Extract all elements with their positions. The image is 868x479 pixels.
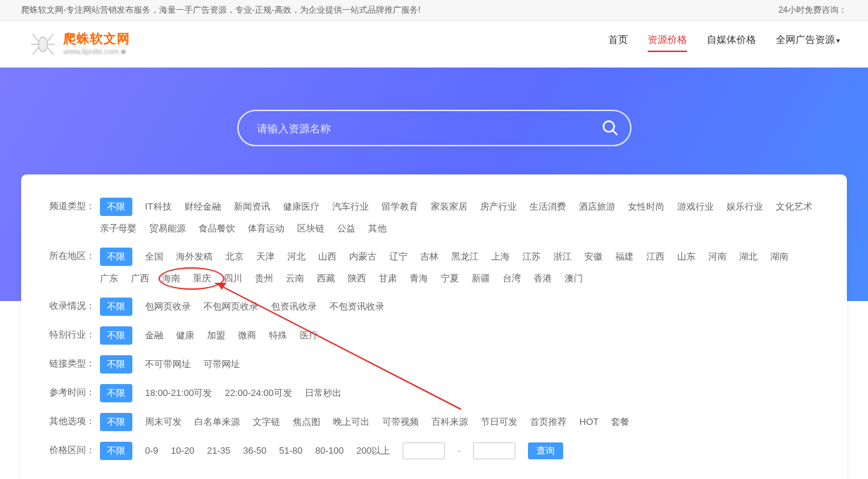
- filter-opt[interactable]: 澳门: [565, 270, 583, 287]
- filter-opt[interactable]: 健康: [176, 327, 194, 344]
- filter-opt[interactable]: 黑龙江: [451, 248, 479, 265]
- filter-opt[interactable]: 0-9: [145, 442, 158, 459]
- filter-opt[interactable]: 200以上: [356, 442, 390, 459]
- search-button[interactable]: [596, 114, 624, 142]
- filter-opt[interactable]: 文化艺术: [776, 198, 812, 215]
- filter-opt[interactable]: 青海: [410, 270, 428, 287]
- filter-opt[interactable]: 女性时尚: [628, 198, 665, 215]
- filter-opt[interactable]: 娱乐行业: [727, 198, 763, 215]
- filter-opt[interactable]: 贸易能源: [149, 220, 186, 237]
- filter-opt[interactable]: 文字链: [253, 414, 280, 430]
- nav-all-ads[interactable]: 全网广告资源▾: [776, 34, 840, 52]
- filter-opt[interactable]: 食品餐饮: [199, 220, 235, 237]
- filter-opt-unlimit[interactable]: 不限: [100, 355, 132, 373]
- filter-opt[interactable]: 家装家居: [431, 198, 467, 215]
- filter-opt[interactable]: 百科来源: [432, 414, 468, 430]
- filter-opt[interactable]: 台湾: [503, 270, 521, 287]
- filter-opt[interactable]: IT科技: [145, 198, 172, 215]
- filter-opt[interactable]: 特殊: [269, 327, 287, 344]
- filter-opt[interactable]: 10-20: [171, 442, 194, 459]
- filter-opt-unlimit[interactable]: 不限: [100, 298, 132, 316]
- filter-opt[interactable]: 广东: [100, 270, 118, 287]
- filter-opt[interactable]: 天津: [256, 248, 275, 265]
- filter-opt[interactable]: 周末可发: [145, 414, 182, 430]
- filter-opt[interactable]: 白名单来源: [194, 414, 240, 430]
- nav-selfmedia-price[interactable]: 自媒体价格: [707, 34, 756, 52]
- filter-opt[interactable]: 安徽: [584, 248, 603, 265]
- filter-opt[interactable]: 宁夏: [441, 270, 459, 287]
- filter-opt[interactable]: 山东: [677, 248, 696, 265]
- filter-opt[interactable]: 吉林: [420, 248, 439, 265]
- search-input[interactable]: [237, 110, 631, 146]
- filter-opt[interactable]: 房产行业: [480, 198, 517, 215]
- filter-opt[interactable]: 全国: [145, 248, 163, 265]
- filter-opt[interactable]: 公益: [337, 220, 356, 237]
- filter-opt[interactable]: 亲子母婴: [100, 220, 137, 237]
- filter-opt[interactable]: 可带网址: [203, 356, 240, 373]
- filter-opt[interactable]: 湖南: [770, 248, 788, 265]
- filter-opt[interactable]: 贵州: [255, 270, 273, 287]
- filter-opt[interactable]: 陕西: [348, 270, 366, 287]
- filter-opt[interactable]: 辽宁: [389, 248, 408, 265]
- filter-opt[interactable]: 重庆: [193, 270, 211, 287]
- filter-opt[interactable]: 不包网页收录: [203, 298, 258, 315]
- filter-opt[interactable]: 福建: [615, 248, 634, 265]
- filter-opt[interactable]: 河北: [287, 248, 306, 265]
- filter-opt[interactable]: 内蒙古: [349, 248, 377, 265]
- filter-opt[interactable]: 汽车行业: [332, 198, 369, 215]
- filter-opt[interactable]: 江西: [646, 248, 665, 265]
- filter-opt[interactable]: 四川: [224, 270, 242, 287]
- filter-opt[interactable]: 云南: [286, 270, 304, 287]
- filter-opt-unlimit[interactable]: 不限: [100, 248, 132, 266]
- filter-opt[interactable]: 医疗: [300, 327, 318, 344]
- filter-opt[interactable]: 体育运动: [248, 220, 284, 237]
- filter-opt[interactable]: 江苏: [522, 248, 541, 265]
- filter-opt[interactable]: 加盟: [207, 327, 225, 344]
- filter-opt[interactable]: 山西: [318, 248, 336, 265]
- filter-opt[interactable]: 51-80: [279, 442, 303, 459]
- filter-opt[interactable]: 日常秒出: [305, 385, 341, 402]
- filter-opt[interactable]: 上海: [491, 248, 510, 265]
- filter-opt[interactable]: 北京: [225, 248, 244, 265]
- filter-opt[interactable]: 甘肃: [379, 270, 397, 287]
- filter-opt-unlimit[interactable]: 不限: [100, 384, 132, 402]
- logo[interactable]: 爬蛛软文网 www.lipnite.com ■: [28, 28, 130, 58]
- filter-opt[interactable]: 22:00-24:00可发: [225, 385, 291, 402]
- filter-opt[interactable]: 焦点图: [293, 414, 320, 430]
- filter-opt[interactable]: 游戏行业: [677, 198, 714, 215]
- filter-opt[interactable]: 18:00-21:00可发: [145, 385, 212, 402]
- filter-opt-unlimit[interactable]: 不限: [100, 413, 132, 431]
- filter-opt[interactable]: 晚上可出: [333, 414, 370, 430]
- nav-home[interactable]: 首页: [608, 34, 628, 52]
- filter-opt[interactable]: 不可带网址: [145, 356, 191, 373]
- filter-opt[interactable]: 节日可发: [481, 414, 517, 430]
- filter-opt[interactable]: 浙江: [553, 248, 572, 265]
- filter-opt[interactable]: 区块链: [297, 220, 325, 237]
- filter-opt[interactable]: 新闻资讯: [234, 198, 270, 215]
- query-button[interactable]: 查询: [528, 442, 563, 459]
- filter-opt[interactable]: 首页推荐: [530, 414, 567, 430]
- filter-opt[interactable]: 海外发稿: [176, 248, 213, 265]
- filter-opt[interactable]: 金融: [145, 327, 163, 344]
- price-min-input[interactable]: [403, 442, 445, 459]
- filter-opt[interactable]: 酒店旅游: [579, 198, 615, 215]
- filter-opt[interactable]: HOT: [579, 414, 598, 430]
- filter-opt[interactable]: 西藏: [317, 270, 335, 287]
- filter-opt[interactable]: 广西: [131, 270, 149, 287]
- filter-opt[interactable]: 河南: [708, 248, 727, 265]
- filter-opt[interactable]: 不包资讯收录: [329, 298, 384, 315]
- filter-opt[interactable]: 海南: [162, 270, 180, 287]
- filter-opt[interactable]: 套餐: [611, 414, 629, 430]
- filter-opt[interactable]: 其他: [368, 220, 386, 237]
- filter-opt[interactable]: 包网页收录: [145, 298, 191, 315]
- filter-opt[interactable]: 留学教育: [382, 198, 418, 215]
- filter-opt[interactable]: 80-100: [315, 442, 344, 459]
- filter-opt[interactable]: 可带视频: [382, 414, 419, 430]
- filter-opt-unlimit[interactable]: 不限: [100, 326, 132, 345]
- filter-opt[interactable]: 湖北: [739, 248, 757, 265]
- price-max-input[interactable]: [473, 442, 515, 459]
- filter-opt[interactable]: 香港: [534, 270, 552, 287]
- filter-opt[interactable]: 36-50: [243, 442, 266, 459]
- filter-opt[interactable]: 21-35: [207, 442, 230, 459]
- filter-opt[interactable]: 包资讯收录: [271, 298, 317, 315]
